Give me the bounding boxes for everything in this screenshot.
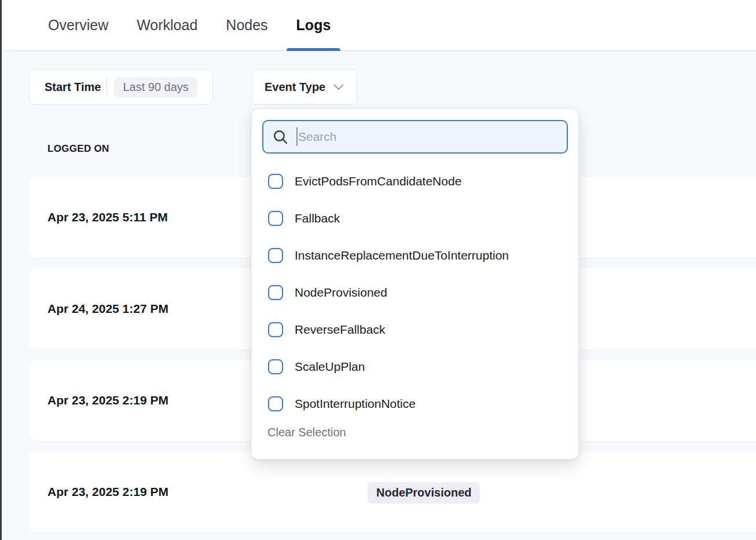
start-time-filter-button[interactable]: Start Time Last 90 days	[29, 69, 213, 105]
logged-on-column-header: LOGGED ON	[47, 143, 109, 155]
tab-overview[interactable]: Overview	[48, 0, 108, 51]
option-label: SpotInterruptionNotice	[295, 397, 416, 411]
search-input[interactable]	[298, 130, 557, 144]
option-label: ReverseFallback	[295, 323, 385, 337]
checkbox-unchecked[interactable]	[268, 174, 283, 189]
option-label: Fallback	[295, 211, 340, 225]
option-instancereplacementduetointerruption[interactable]: InstanceReplacementDueToInterruption	[252, 237, 578, 274]
option-label: ScaleUpPlan	[295, 360, 365, 374]
event-type-filter-button[interactable]: Event Type	[251, 69, 357, 105]
search-icon	[273, 129, 288, 145]
checkbox-unchecked[interactable]	[268, 359, 283, 374]
log-table-row[interactable]: Apr 23, 2025 2:19 PM NodeProvisioned	[29, 451, 756, 532]
event-type-badge: NodeProvisioned	[368, 482, 480, 503]
option-label: NodeProvisioned	[295, 286, 387, 300]
checkbox-unchecked[interactable]	[268, 322, 283, 337]
text-caret	[296, 127, 298, 146]
logged-on-cell: Apr 23, 2025 2:19 PM	[47, 360, 168, 441]
option-scaleupplan[interactable]: ScaleUpPlan	[252, 348, 578, 385]
event-type-dropdown-panel: EvictPodsFromCandidateNode Fallback Inst…	[251, 108, 579, 459]
logged-on-cell: Apr 23, 2025 5:11 PM	[47, 177, 168, 258]
start-time-filter-label: Start Time	[45, 81, 101, 94]
event-type-option-list: EvictPodsFromCandidateNode Fallback Inst…	[252, 163, 578, 422]
window-edge-line	[0, 0, 2, 540]
logged-on-cell: Apr 23, 2025 2:19 PM	[47, 451, 168, 532]
option-nodeprovisioned[interactable]: NodeProvisioned	[252, 274, 578, 311]
option-label: EvictPodsFromCandidateNode	[295, 174, 461, 188]
option-reversefallback[interactable]: ReverseFallback	[252, 311, 578, 348]
clear-selection-button[interactable]: Clear Selection	[267, 426, 346, 439]
option-evictpodsfromcandidatenode[interactable]: EvictPodsFromCandidateNode	[252, 163, 578, 200]
option-spotinterruptionnotice[interactable]: SpotInterruptionNotice	[252, 385, 578, 422]
start-time-filter-value: Last 90 days	[114, 77, 197, 97]
dropdown-search-box	[262, 120, 568, 154]
tab-nodes[interactable]: Nodes	[226, 0, 267, 51]
logged-on-cell: Apr 24, 2025 1:27 PM	[47, 268, 168, 349]
filter-divider	[107, 78, 107, 96]
checkbox-unchecked[interactable]	[268, 396, 283, 411]
tab-bar: Overview Workload Nodes Logs	[2, 0, 756, 51]
event-type-filter-label: Event Type	[265, 81, 325, 94]
chevron-down-icon	[333, 84, 344, 90]
tab-logs[interactable]: Logs	[296, 0, 331, 51]
option-fallback[interactable]: Fallback	[252, 200, 578, 237]
logs-page: Overview Workload Nodes Logs Start Time …	[0, 0, 756, 540]
checkbox-unchecked[interactable]	[268, 285, 283, 300]
tab-workload[interactable]: Workload	[137, 0, 197, 51]
option-label: InstanceReplacementDueToInterruption	[295, 249, 509, 262]
checkbox-unchecked[interactable]	[268, 248, 283, 263]
checkbox-unchecked[interactable]	[268, 211, 283, 226]
